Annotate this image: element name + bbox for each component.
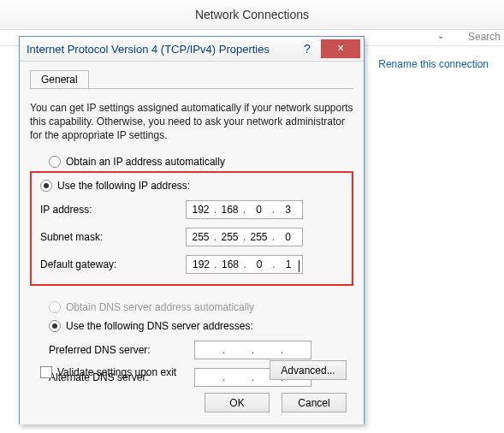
manual-ip-block: Use the following IP address: IP address…: [30, 171, 353, 286]
radio-manual-ip[interactable]: Use the following IP address:: [40, 180, 343, 192]
cancel-button[interactable]: Cancel: [282, 393, 347, 412]
text-caret: [299, 260, 299, 272]
radio-auto-ip-label: Obtain an IP address automatically: [66, 156, 225, 168]
ip-address-input[interactable]: 192. 168. 0. 3: [186, 200, 303, 219]
checkbox-icon: [40, 366, 52, 378]
tab-strip: General: [30, 70, 353, 89]
close-button[interactable]: ×: [321, 39, 360, 58]
subnet-mask-input[interactable]: 255. 255. 255. 0: [186, 228, 303, 246]
radio-auto-dns-label: Obtain DNS server address automatically: [66, 301, 254, 313]
radio-icon: [40, 180, 52, 192]
subnet-mask-row: Subnet mask: 255. 255. 255. 0: [40, 228, 343, 246]
ipv4-properties-dialog: Internet Protocol Version 4 (TCP/IPv4) P…: [19, 36, 365, 424]
default-gateway-label: Default gateway:: [40, 258, 186, 270]
radio-manual-dns[interactable]: Use the following DNS server addresses:: [49, 320, 345, 332]
rename-connection-link[interactable]: Rename this connection: [378, 58, 489, 70]
dialog-title: Internet Protocol Version 4 (TCP/IPv4) P…: [20, 43, 295, 56]
radio-manual-ip-label: Use the following IP address:: [57, 180, 190, 192]
ip-address-row: IP address: 192. 168. 0. 3: [40, 200, 343, 219]
radio-icon: [49, 301, 61, 313]
validate-checkbox-label: Validate settings upon exit: [57, 366, 176, 378]
radio-auto-ip[interactable]: Obtain an IP address automatically: [49, 156, 353, 168]
ok-button[interactable]: OK: [205, 393, 270, 412]
ip-address-label: IP address:: [40, 204, 186, 216]
help-button[interactable]: ?: [295, 42, 319, 56]
radio-auto-dns: Obtain DNS server address automatically: [49, 301, 345, 313]
advanced-button[interactable]: Advanced...: [270, 360, 347, 380]
subnet-mask-label: Subnet mask:: [40, 231, 186, 243]
preferred-dns-input[interactable]: . . .: [194, 341, 311, 359]
preferred-dns-label: Preferred DNS server:: [49, 344, 194, 356]
search-input[interactable]: Search: [468, 31, 501, 43]
tab-general[interactable]: General: [30, 70, 89, 90]
dns-block: Obtain DNS server address automatically …: [30, 296, 353, 397]
window-title: Network Connections: [195, 8, 309, 21]
radio-icon: [49, 320, 61, 332]
app-header: Network Connections: [0, 0, 504, 30]
preferred-dns-row: Preferred DNS server: . . .: [49, 341, 345, 359]
radio-manual-dns-label: Use the following DNS server addresses:: [66, 320, 253, 332]
validate-checkbox-row[interactable]: Validate settings upon exit: [40, 366, 176, 378]
dialog-body: General You can get IP settings assigned…: [20, 62, 364, 424]
dialog-titlebar: Internet Protocol Version 4 (TCP/IPv4) P…: [20, 37, 364, 62]
chevron-down-icon[interactable]: ⌄: [437, 31, 444, 40]
radio-icon: [49, 156, 61, 168]
default-gateway-row: Default gateway: 192. 168. 0. 1: [40, 255, 343, 274]
description-text: You can get IP settings assigned automat…: [30, 101, 353, 142]
default-gateway-input[interactable]: 192. 168. 0. 1: [186, 255, 303, 274]
